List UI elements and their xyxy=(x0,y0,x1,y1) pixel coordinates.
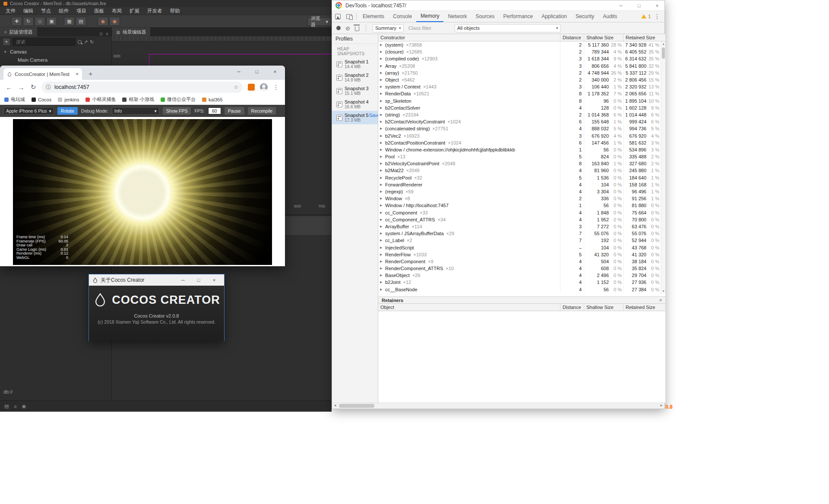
maximize-button[interactable]: □ xyxy=(248,66,266,78)
scroll-left-icon[interactable]: ◄ xyxy=(333,403,337,407)
hierarchy-search-input[interactable] xyxy=(13,38,76,46)
snapshot-item[interactable]: Snapshot 5Save17.3 MB xyxy=(332,111,378,124)
disclosure-triangle-icon[interactable]: ▶ xyxy=(380,190,384,193)
minimize-button[interactable]: ─ xyxy=(230,66,248,78)
menu-item[interactable]: 帮助 xyxy=(166,7,184,15)
table-row[interactable]: ▶RecyclePool×3251 5360 %184 6401 % xyxy=(378,174,661,181)
table-row[interactable]: ▶system / JSArrayBufferData×29755 0760 %… xyxy=(378,230,661,237)
menu-item[interactable]: 组件 xyxy=(55,7,73,15)
preview-target-dropdown[interactable]: 浏览器 ▾ xyxy=(307,17,332,26)
tab-memory[interactable]: Memory xyxy=(416,11,443,22)
table-row[interactable]: ▶cc_Component×3341 8480 %75 6640 % xyxy=(378,209,661,216)
column-header-distance[interactable]: Distance xyxy=(560,34,584,41)
table-row[interactable]: ▶(regexp)×5943 3040 %96 4961 % xyxy=(378,188,661,195)
scroll-right-icon[interactable]: ► xyxy=(660,403,663,407)
table-row[interactable]: ▶RenderFlow×1033541 3200 %41 3200 % xyxy=(378,251,661,258)
table-row[interactable]: ▶b2ContactVelocityConstraint×10246155 64… xyxy=(378,118,661,125)
disclosure-triangle-icon[interactable]: ▶ xyxy=(380,246,384,249)
inspect-element-button[interactable] xyxy=(332,11,343,22)
play-button[interactable]: ◉ xyxy=(98,17,108,26)
address-bar[interactable]: ⓘ localhost:7457 ☆ xyxy=(41,82,243,93)
delete-icon[interactable] xyxy=(355,26,359,31)
disclosure-triangle-icon[interactable]: ▶ xyxy=(380,141,384,145)
class-filter-input[interactable] xyxy=(408,24,450,32)
clear-icon[interactable]: ⊘ xyxy=(345,25,350,32)
tab-elements[interactable]: Elements xyxy=(358,11,389,22)
disclosure-triangle-icon[interactable]: ▶ xyxy=(380,267,384,270)
bookmark-item[interactable]: jenkins xyxy=(58,97,79,102)
table-row[interactable]: ▶cc_Component_ATTRS×3441 9520 %70 8000 % xyxy=(378,216,661,223)
extension-icon[interactable] xyxy=(248,84,255,91)
hierarchy-node[interactable]: Main Camera xyxy=(0,56,111,64)
disclosure-triangle-icon[interactable]: ▶ xyxy=(380,134,384,138)
disclosure-triangle-icon[interactable]: ▶ xyxy=(380,106,384,110)
scrollbar-thumb[interactable] xyxy=(662,47,665,59)
menu-item[interactable]: 面板 xyxy=(90,7,108,15)
assets-view-icon[interactable]: ▤ xyxy=(4,403,9,409)
vertical-scrollbar[interactable]: ▲ ▼ xyxy=(661,41,665,293)
table-row[interactable]: ▶b2Joint×1241 1520 %27 9360 % xyxy=(378,279,661,286)
menu-item[interactable]: 布局 xyxy=(108,7,126,15)
expand-icon[interactable]: ↗ xyxy=(84,39,88,45)
disclosure-triangle-icon[interactable]: ▶ xyxy=(380,239,384,242)
tab-security[interactable]: Security xyxy=(571,11,598,22)
refresh-icon[interactable]: ↻ xyxy=(90,39,94,45)
scroll-up-icon[interactable]: ▲ xyxy=(661,42,666,45)
tab-sources[interactable]: Sources xyxy=(471,11,499,22)
menu-icon[interactable]: ≡ xyxy=(106,32,108,36)
column-header-retained-size[interactable]: Retained Size xyxy=(623,304,661,311)
table-row[interactable]: ▶(closure)×126852789 3444 %6 405 55235 % xyxy=(378,48,661,55)
disclosure-triangle-icon[interactable]: ▶ xyxy=(380,197,384,200)
menu-item[interactable]: 开发者 xyxy=(143,7,166,15)
gear-icon[interactable]: ⊙ xyxy=(99,32,103,36)
table-row[interactable]: ▶(concatenated string)×277514888 0325 %9… xyxy=(378,125,661,132)
bookmark-item[interactable]: 电玩城 xyxy=(4,96,25,103)
disclosure-triangle-icon[interactable]: ▶ xyxy=(380,176,384,180)
disclosure-triangle-icon[interactable]: ▶ xyxy=(380,71,384,75)
menu-item[interactable]: 文件 xyxy=(2,7,19,15)
grid-toggle-button[interactable]: ▦ xyxy=(64,17,75,26)
table-row[interactable]: ▶ArrayBuffer×11437 2720 %63 4760 % xyxy=(378,223,661,230)
rotate-tool-button[interactable]: ↻ xyxy=(23,17,34,26)
disclosure-triangle-icon[interactable]: ▶ xyxy=(380,274,384,277)
table-row[interactable]: ▶(array)×2175024 748 94426 %5 337 11229 … xyxy=(378,69,661,76)
table-row[interactable]: ▶b2VelocityConstraintPoint×20488163 8401… xyxy=(378,160,661,167)
tab-audits[interactable]: Audits xyxy=(598,11,621,22)
add-node-button[interactable]: + xyxy=(3,38,10,46)
table-row[interactable]: ▶(system)×7385825 117 36028 %7 340 92841… xyxy=(378,41,661,48)
rect-tool-button[interactable]: ▣ xyxy=(46,17,57,26)
game-canvas[interactable]: Frame time (ms)0.14Framerate (FPS)60.05D… xyxy=(13,119,272,265)
reload-icon[interactable]: ↻ xyxy=(28,83,39,91)
table-row[interactable]: ▶b2ContactPositionConstraint×10246147 45… xyxy=(378,139,661,146)
forward-icon[interactable]: → xyxy=(16,84,27,91)
snapshot-item[interactable]: Snapshot 315.1 MB xyxy=(332,84,378,98)
minimize-button[interactable]: ─ xyxy=(177,277,190,283)
table-row[interactable]: ▶cc__BaseNode4560 %27 3840 % xyxy=(378,286,661,293)
menu-item[interactable]: 扩展 xyxy=(126,7,143,15)
disclosure-triangle-icon[interactable]: ▶ xyxy=(380,218,384,221)
fps-input[interactable] xyxy=(208,107,221,114)
tab-performance[interactable]: Performance xyxy=(499,11,537,22)
bookmark-item[interactable]: 小精灵捕鱼 xyxy=(85,96,116,103)
assets-target-icon[interactable]: ◉ xyxy=(22,403,26,409)
table-row[interactable]: ▶b2Vec2×169233676 9204 %676 9204 % xyxy=(378,132,661,139)
table-row[interactable]: ▶InjectedScript–1040 %43 7680 % xyxy=(378,244,661,251)
recompile-button[interactable]: Recompile xyxy=(248,107,276,115)
table-row[interactable]: ▶b2Mat22×2049481 9600 %245 8801 % xyxy=(378,167,661,174)
hierarchy-node[interactable]: ▾Canvas xyxy=(0,47,111,56)
table-row[interactable]: ▶BaseObject×2642 4960 %29 7040 % xyxy=(378,272,661,279)
scrollbar-thumb[interactable] xyxy=(339,404,374,408)
bookmark-star-icon[interactable]: ☆ xyxy=(234,84,238,90)
column-header-distance[interactable]: Distance xyxy=(560,304,584,311)
close-button[interactable]: × xyxy=(208,277,221,283)
table-row[interactable]: ▶cc_Label×271920 %52 9440 % xyxy=(378,237,661,244)
debug-mode-select[interactable]: Info ▾ xyxy=(112,107,159,115)
menu-item[interactable]: 编辑 xyxy=(19,7,37,15)
table-row[interactable]: ▶Window×823360 %91 2561 % xyxy=(378,195,661,202)
pause-button[interactable]: Pause xyxy=(225,107,244,115)
new-tab-button[interactable]: + xyxy=(85,69,96,79)
assets-list-icon[interactable]: ≡ xyxy=(14,404,16,409)
table-row[interactable]: ▶(string)×2319421 014 3686 %1 014 4486 % xyxy=(378,111,661,118)
snapshot-item[interactable]: Snapshot 214.9 MB xyxy=(332,71,378,84)
menu-item[interactable]: 项目 xyxy=(73,7,90,15)
